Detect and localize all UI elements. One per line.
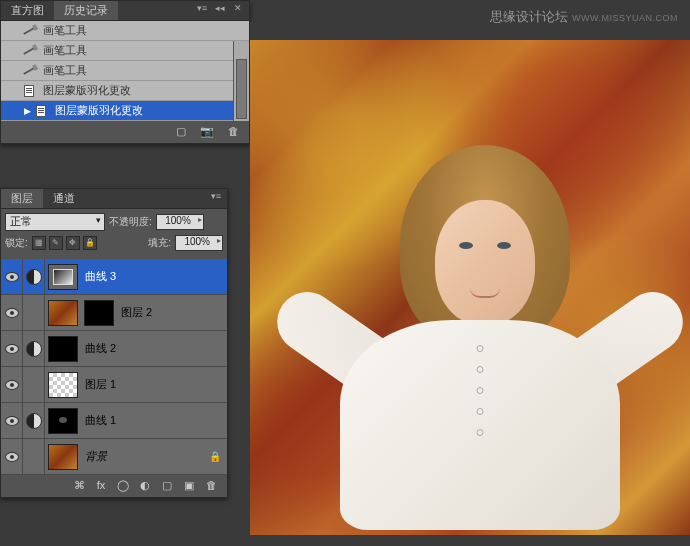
brush-icon [21,24,37,38]
tab-layers[interactable]: 图层 [1,189,43,208]
history-panel: 直方图 历史记录 ▾≡ ◂◂ ✕ 画笔工具 画笔工具 画笔工具 图层蒙版羽化更改… [0,0,250,144]
lock-transparent-icon[interactable]: ▦ [32,236,46,250]
history-tabs: 直方图 历史记录 ▾≡ ◂◂ ✕ [1,1,249,21]
lock-all-icon[interactable]: 🔒 [83,236,97,250]
visibility-icon[interactable] [5,344,19,354]
document-icon [21,84,37,98]
layer-row[interactable]: 图层 1 [1,367,227,403]
panel-menu-icon[interactable]: ▾≡ [195,1,209,15]
scrollbar[interactable] [233,41,249,121]
layers-footer: ⌘ fx ◯ ◐ ▢ ▣ 🗑 [1,475,227,497]
document-icon [33,104,49,118]
blend-mode-dropdown[interactable]: 正常 [5,213,105,231]
tab-histogram[interactable]: 直方图 [1,1,54,20]
layers-panel: 图层 通道 ▾≡ 正常 不透明度: 100% 锁定: ▦ ✎ ✥ 🔒 填充: 1… [0,188,228,498]
adjustment-layer-icon[interactable]: ◐ [137,479,153,493]
layer-name[interactable]: 图层 2 [121,305,152,320]
history-label: 画笔工具 [43,43,87,58]
fill-label: 填充: [148,236,171,250]
visibility-icon[interactable] [5,380,19,390]
history-label: 画笔工具 [43,63,87,78]
layer-row[interactable]: 曲线 2 [1,331,227,367]
layer-row[interactable]: 曲线 3 [1,259,227,295]
watermark: 思缘设计论坛 WWW.MISSYUAN.COM [490,8,678,26]
mask-thumbnail[interactable] [84,300,114,326]
history-item[interactable]: ▶ 图层蒙版羽化更改 [1,101,249,121]
fill-input[interactable]: 100% [175,235,223,251]
layer-name[interactable]: 曲线 2 [85,341,116,356]
layer-row[interactable]: 图层 2 [1,295,227,331]
layer-thumbnail[interactable] [48,444,78,470]
link-col [23,439,45,474]
visibility-icon[interactable] [5,416,19,426]
panel-menu-icon[interactable]: ▾≡ [209,189,223,203]
layers-tabs: 图层 通道 ▾≡ [1,189,227,209]
visibility-icon[interactable] [5,308,19,318]
snapshot-icon[interactable]: 📷 [199,125,215,139]
trash-icon[interactable]: 🗑 [225,125,241,139]
history-label: 图层蒙版羽化更改 [43,83,131,98]
adjustment-icon [23,331,45,366]
lock-icon: 🔒 [209,451,221,462]
trash-icon[interactable]: 🗑 [203,479,219,493]
layer-name[interactable]: 曲线 3 [85,269,116,284]
mask-thumbnail[interactable] [48,408,78,434]
history-label: 画笔工具 [43,23,87,38]
layer-thumbnail[interactable] [48,300,78,326]
mask-thumbnail[interactable] [48,336,78,362]
lock-position-icon[interactable]: ✥ [66,236,80,250]
opacity-label: 不透明度: [109,215,152,229]
layer-row[interactable]: 曲线 1 [1,403,227,439]
layer-row[interactable]: 背景 🔒 [1,439,227,475]
link-layers-icon[interactable]: ⌘ [71,479,87,493]
canvas-area [250,22,690,546]
layer-thumbnail[interactable] [48,264,78,290]
link-col [23,367,45,402]
brush-icon [21,44,37,58]
visibility-icon[interactable] [5,452,19,462]
fx-icon[interactable]: fx [93,479,109,493]
visibility-icon[interactable] [5,272,19,282]
layer-name[interactable]: 图层 1 [85,377,116,392]
new-doc-icon[interactable]: ▢ [173,125,189,139]
brush-icon [21,64,37,78]
layers-list: 曲线 3 图层 2 曲线 2 图层 1 曲线 1 [1,259,227,475]
adjustment-icon [23,259,45,294]
lock-label: 锁定: [5,236,28,250]
panel-collapse-icon[interactable]: ◂◂ [213,1,227,15]
opacity-input[interactable]: 100% [156,214,204,230]
history-item[interactable]: 图层蒙版羽化更改 [1,81,249,101]
history-list: 画笔工具 画笔工具 画笔工具 图层蒙版羽化更改 ▶ 图层蒙版羽化更改 [1,21,249,121]
layer-thumbnail[interactable] [48,372,78,398]
tab-channels[interactable]: 通道 [43,189,85,208]
lock-pixels-icon[interactable]: ✎ [49,236,63,250]
panel-close-icon[interactable]: ✕ [231,1,245,15]
tab-history[interactable]: 历史记录 [54,1,118,20]
new-layer-icon[interactable]: ▣ [181,479,197,493]
history-current-icon: ▶ [21,106,33,116]
adjustment-icon [23,403,45,438]
history-label: 图层蒙版羽化更改 [55,103,143,118]
history-item[interactable]: 画笔工具 [1,41,249,61]
mask-icon[interactable]: ◯ [115,479,131,493]
layer-name[interactable]: 曲线 1 [85,413,116,428]
group-icon[interactable]: ▢ [159,479,175,493]
history-item[interactable]: 画笔工具 [1,61,249,81]
layer-controls: 正常 不透明度: 100% 锁定: ▦ ✎ ✥ 🔒 填充: 100% [1,209,227,259]
link-col [23,295,45,330]
history-item[interactable]: 画笔工具 [1,21,249,41]
document-image[interactable] [250,40,690,535]
layer-name[interactable]: 背景 [85,449,107,464]
history-footer: ▢ 📷 🗑 [1,121,249,143]
